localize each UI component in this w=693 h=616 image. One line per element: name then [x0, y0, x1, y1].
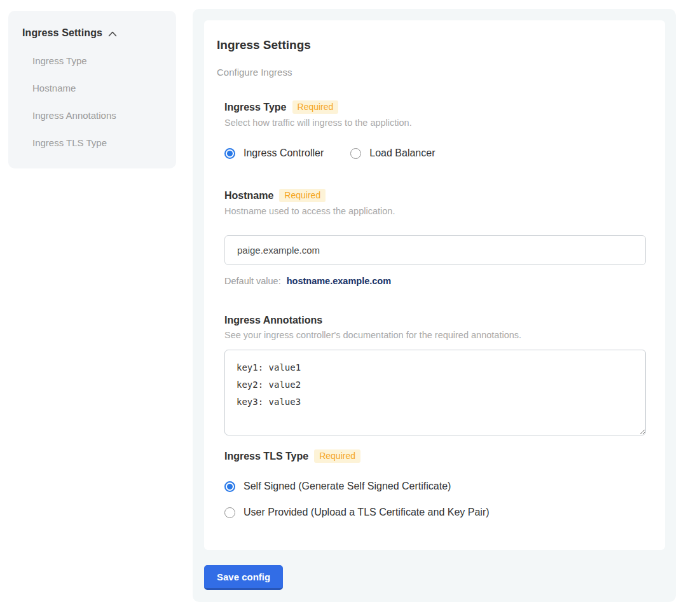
hostname-input[interactable]: [224, 235, 646, 265]
radio-ingress-controller[interactable]: Ingress Controller: [224, 147, 324, 159]
sidebar-item-ingress-tls-type[interactable]: Ingress TLS Type: [32, 137, 163, 148]
config-nav-sidebar: Ingress Settings Ingress Type Hostname I…: [8, 11, 176, 168]
required-badge: Required: [314, 449, 360, 463]
radio-icon: [224, 148, 235, 159]
radio-label: Self Signed (Generate Self Signed Certif…: [244, 481, 451, 492]
hostname-label: Hostname: [224, 190, 273, 202]
default-value-text: hostname.example.com: [287, 276, 391, 286]
ingress-tls-type-label: Ingress TLS Type: [224, 451, 308, 462]
radio-icon: [350, 148, 361, 159]
config-card: Ingress Settings Configure Ingress Ingre…: [204, 20, 665, 550]
section-ingress-type: Ingress Type Required Select how traffic…: [224, 100, 646, 159]
sidebar-item-ingress-type[interactable]: Ingress Type: [32, 55, 163, 66]
section-hostname: Hostname Required Hostname used to acces…: [224, 189, 646, 286]
required-badge: Required: [279, 189, 326, 202]
sidebar-group-ingress-settings[interactable]: Ingress Settings: [22, 27, 163, 39]
ingress-annotations-textarea[interactable]: key1: value1 key2: value2 key3: value3: [224, 350, 646, 435]
sidebar-item-ingress-annotations[interactable]: Ingress Annotations: [32, 110, 163, 121]
ingress-tls-type-options: Self Signed (Generate Self Signed Certif…: [224, 481, 646, 518]
radio-icon: [224, 481, 235, 492]
ingress-type-label: Ingress Type: [224, 102, 287, 113]
ingress-annotations-help: See your ingress controller's documentat…: [224, 330, 646, 340]
required-badge: Required: [292, 100, 339, 114]
config-page: Ingress Settings Ingress Type Hostname I…: [0, 0, 693, 616]
chevron-up-icon: [108, 31, 117, 37]
card-title: Ingress Settings: [217, 38, 646, 52]
sidebar-item-hostname[interactable]: Hostname: [32, 83, 163, 93]
radio-self-signed[interactable]: Self Signed (Generate Self Signed Certif…: [224, 481, 646, 492]
radio-user-provided[interactable]: User Provided (Upload a TLS Certificate …: [224, 507, 646, 518]
radio-icon: [224, 507, 235, 518]
section-ingress-annotations: Ingress Annotations See your ingress con…: [224, 315, 646, 435]
config-sections: Ingress Type Required Select how traffic…: [224, 100, 646, 518]
default-value-label: Default value:: [224, 276, 281, 286]
card-subtitle: Configure Ingress: [217, 67, 646, 78]
radio-label: User Provided (Upload a TLS Certificate …: [244, 507, 490, 518]
radio-label: Ingress Controller: [244, 147, 324, 159]
save-config-button[interactable]: Save config: [204, 565, 283, 590]
section-ingress-tls-type: Ingress TLS Type Required Self Signed (G…: [224, 449, 646, 518]
ingress-type-help: Select how traffic will ingress to the a…: [224, 118, 646, 128]
sidebar-group-title: Ingress Settings: [22, 27, 102, 39]
ingress-annotations-label: Ingress Annotations: [224, 315, 322, 326]
ingress-type-options: Ingress Controller Load Balancer: [224, 147, 646, 159]
config-main-area: Ingress Settings Configure Ingress Ingre…: [193, 9, 676, 602]
radio-label: Load Balancer: [369, 147, 435, 159]
sidebar-item-list: Ingress Type Hostname Ingress Annotation…: [22, 55, 163, 148]
hostname-default-line: Default value: hostname.example.com: [224, 276, 646, 286]
radio-load-balancer[interactable]: Load Balancer: [350, 147, 435, 159]
hostname-help: Hostname used to access the application.: [224, 206, 646, 216]
